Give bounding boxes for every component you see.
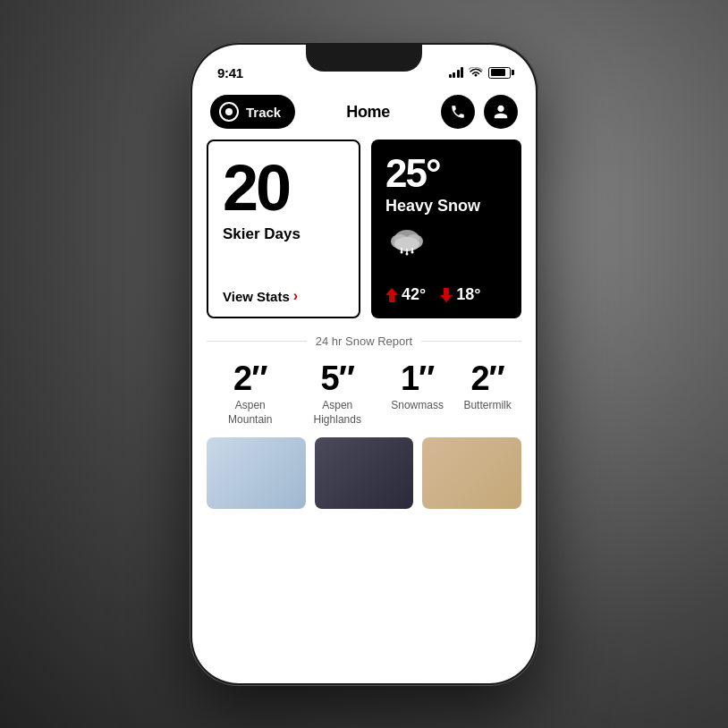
- track-button-dot: [225, 108, 233, 115]
- resort-name-0: Aspen Mountain: [216, 399, 284, 427]
- view-stats-text: View Stats: [223, 289, 290, 304]
- header-actions: [441, 95, 518, 129]
- thumbnail-3[interactable]: [422, 437, 521, 509]
- skier-days-value: 20: [223, 156, 344, 220]
- thumbnails-row: [207, 437, 521, 516]
- snow-report-title: 24 hr Snow Report: [307, 334, 421, 348]
- profile-button[interactable]: [484, 95, 518, 129]
- weather-top: 25° Heavy Snow: [385, 154, 507, 264]
- battery-fill: [491, 69, 505, 76]
- resort-inches-0: 2″: [233, 361, 267, 395]
- skier-days-number: 20 Skier Days: [223, 156, 344, 243]
- skier-days-card: 20 Skier Days View Stats ›: [207, 140, 360, 318]
- track-button-label: Track: [246, 105, 281, 120]
- weather-low-temp: 18°: [456, 285, 480, 304]
- person-icon: [493, 104, 509, 120]
- arrow-down-icon: [440, 288, 453, 302]
- resort-aspen-mountain: 2″ Aspen Mountain: [216, 361, 284, 427]
- weather-condition: Heavy Snow: [385, 197, 507, 216]
- signal-icon: [449, 67, 464, 78]
- snow-cloud-icon: [385, 223, 507, 264]
- resort-inches-2: 1″: [401, 361, 434, 395]
- resort-name-3: Buttermilk: [463, 399, 511, 413]
- status-time: 9:41: [217, 65, 243, 80]
- chevron-right-icon: ›: [293, 288, 298, 304]
- view-stats-link[interactable]: View Stats ›: [223, 288, 344, 304]
- snow-report-header: 24 hr Snow Report: [207, 333, 521, 349]
- track-button-icon: [219, 102, 239, 122]
- resort-inches-1: 5″: [321, 361, 354, 395]
- battery-icon: [488, 67, 511, 79]
- page-title: Home: [346, 103, 390, 122]
- skier-days-label: Skier Days: [223, 225, 344, 243]
- snow-report: 24 hr Snow Report 2″ Aspen Mountain 5″ A…: [207, 333, 521, 427]
- weather-low: 18°: [440, 285, 480, 304]
- snow-resorts-row: 2″ Aspen Mountain 5″ Aspen Highlands 1″ …: [207, 361, 521, 427]
- notch: [306, 45, 422, 72]
- thumbnail-2[interactable]: [315, 437, 414, 509]
- weather-temperature: 25°: [385, 154, 507, 193]
- weather-hi-lo: 42° 18°: [385, 285, 507, 304]
- phone-screen: 9:41: [192, 45, 536, 683]
- resort-name-2: Snowmass: [391, 399, 444, 413]
- call-button[interactable]: [441, 95, 475, 129]
- phone-icon: [450, 104, 466, 120]
- app-header: Track Home: [192, 88, 536, 140]
- resort-snowmass: 1″ Snowmass: [391, 361, 444, 427]
- thumbnail-1[interactable]: [207, 437, 306, 509]
- weather-card: 25° Heavy Snow: [371, 140, 521, 318]
- arrow-up-icon: [385, 288, 398, 302]
- resort-buttermilk: 2″ Buttermilk: [463, 361, 511, 427]
- cards-row: 20 Skier Days View Stats › 25° Heavy Sno…: [207, 140, 521, 318]
- weather-high: 42°: [385, 285, 426, 304]
- status-icons: [449, 67, 512, 79]
- phone-frame: 9:41: [190, 42, 538, 686]
- resort-name-1: Aspen Highlands: [304, 399, 371, 427]
- resort-inches-3: 2″: [470, 361, 504, 395]
- wifi-icon: [469, 67, 483, 78]
- main-content: 20 Skier Days View Stats › 25° Heavy Sno…: [192, 140, 536, 516]
- track-button[interactable]: Track: [210, 95, 295, 129]
- weather-high-temp: 42°: [402, 285, 426, 304]
- resort-aspen-highlands: 5″ Aspen Highlands: [304, 361, 371, 427]
